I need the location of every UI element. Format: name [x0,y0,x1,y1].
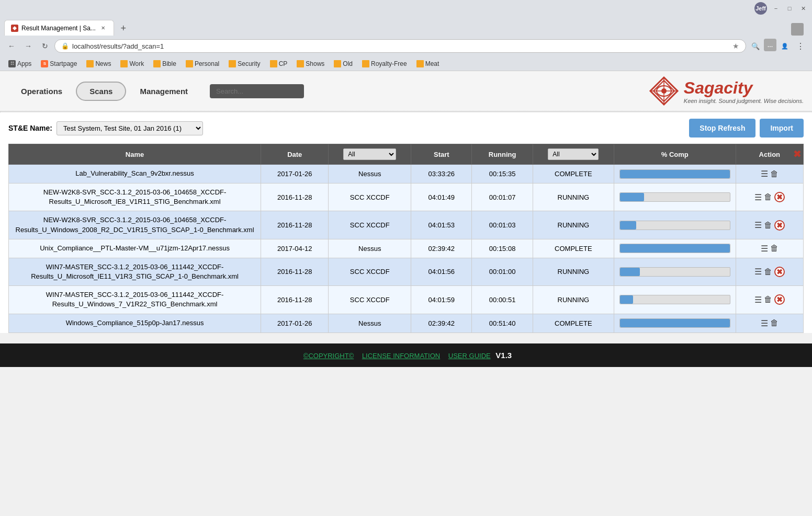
ste-select[interactable]: Test System, Test Site, 01 Jan 2016 (1) [57,121,203,135]
footer-user-guide[interactable]: USER GUIDE [448,352,491,360]
minimize-button[interactable]: − [771,4,781,13]
forward-button[interactable]: → [21,39,36,53]
action-icons: ☰🗑 [741,318,798,328]
list-icon[interactable]: ☰ [754,295,762,305]
cell-progress [614,165,736,184]
cell-running: 00:01:07 [472,184,533,211]
cell-action: ☰🗑✖ [736,286,803,314]
cancel-icon[interactable]: ✖ [774,294,785,305]
list-icon[interactable]: ☰ [761,244,768,254]
bookmark-meat[interactable]: Meat [412,59,444,68]
bookmark-bible[interactable]: Bible [149,59,181,68]
list-icon[interactable]: ☰ [754,220,762,230]
footer-license[interactable]: LICENSE INFORMATION [362,352,440,360]
action-icons: ☰🗑✖ [741,294,798,305]
tab-close-button[interactable]: ✕ [99,24,107,32]
browser-frame: Jeff − □ ✕ Result Management | Sa... ✕ +… [0,0,812,71]
trash-icon[interactable]: 🗑 [764,221,772,230]
table-row: NEW-W2K8-SVR_SCC-3.1.2_2015-03-06_104658… [9,211,804,239]
bookmark-security[interactable]: Security [224,59,264,68]
cancel-icon[interactable]: ✖ [774,267,785,277]
action-icons: ☰🗑✖ [741,192,798,202]
tab-favicon [11,25,18,32]
running-filter-select[interactable]: All RUNNING COMPLETE [548,148,599,160]
logo-tagline: Keen insight. Sound judgment. Wise decis… [684,98,804,104]
cell-progress [614,184,736,211]
bookmark-royalty-free[interactable]: Royalty-Free [358,59,411,68]
trash-icon[interactable]: 🗑 [764,192,772,202]
trash-icon[interactable]: 🗑 [770,318,779,328]
bookmark-shows[interactable]: Shows [292,59,329,68]
bookmark-work[interactable]: Work [116,59,148,68]
active-tab[interactable]: Result Management | Sa... ✕ [4,20,114,36]
settings-icon[interactable]: ⋮ [793,39,808,53]
back-button[interactable]: ← [4,39,19,53]
action-cancel-all-icon[interactable]: ✖ [793,148,801,160]
stop-refresh-button[interactable]: Stop Refresh [689,119,755,137]
bookmarks-bar: ☷ Apps S Startpage News Work Bible Perso… [0,56,812,71]
list-icon[interactable]: ☰ [754,267,762,277]
list-icon[interactable]: ☰ [754,192,762,202]
browser-menu-icon[interactable] [791,23,804,36]
cancel-icon[interactable]: ✖ [774,220,785,231]
main-content: Operations Scans Management Sagacity Kee… [0,71,812,333]
folder-icon [416,60,424,67]
progress-bar-fill [620,244,730,253]
cell-date: 2016-11-28 [261,258,329,285]
cell-date: 2017-04-12 [261,239,329,258]
bookmark-bible-label: Bible [162,60,176,67]
table-row: WIN7-MASTER_SCC-3.1.2_2015-03-06_111442_… [9,258,804,285]
th-start-filter[interactable]: All Nessus SCC XCCDF [329,144,411,165]
search-icon[interactable]: 🔍 [748,39,763,53]
nav-tabs: Operations Scans Management [8,82,304,101]
bookmark-apps[interactable]: ☷ Apps [4,59,36,68]
profile-icon[interactable]: 👤 [777,39,792,53]
tab-scans[interactable]: Scans [76,82,126,101]
bookmark-news[interactable]: News [82,59,115,68]
cell-status: RUNNING [533,286,614,314]
bookmark-personal[interactable]: Personal [182,59,223,68]
footer-copyright[interactable]: ©COPYRIGHT© [303,352,354,360]
trash-icon[interactable]: 🗑 [770,169,779,179]
bookmark-apps-label: Apps [17,60,31,67]
trash-icon[interactable]: 🗑 [764,295,772,304]
action-icons: ☰🗑 [741,244,798,254]
new-tab-button[interactable]: + [116,21,131,36]
bookmark-personal-label: Personal [195,60,219,67]
maximize-button[interactable]: □ [785,4,794,13]
progress-bar-fill [620,319,730,327]
bookmark-old[interactable]: Old [330,59,357,68]
table-row: Lab_Vulnerability_Scan_9v2bxr.nessus2017… [9,165,804,184]
bookmark-star-icon[interactable]: ★ [732,42,739,50]
address-bar[interactable]: 🔒 localhost/results/?add_scan=1 ★ [54,39,746,53]
trash-icon[interactable]: 🗑 [764,267,772,277]
list-icon[interactable]: ☰ [761,169,768,179]
import-button[interactable]: Import [760,119,804,137]
bookmark-cp[interactable]: CP [266,59,292,68]
progress-bar-fill [620,268,640,276]
search-input[interactable] [210,84,304,98]
cell-name: NEW-W2K8-SVR_SCC-3.1.2_2015-03-06_104658… [9,211,261,239]
cell-start-time: 02:39:42 [411,314,472,332]
svg-marker-0 [13,26,17,30]
list-icon[interactable]: ☰ [761,318,768,328]
close-button[interactable]: ✕ [798,4,808,13]
cell-running: 00:00:51 [472,286,533,314]
cancel-icon[interactable]: ✖ [774,192,785,202]
cell-running: 00:15:35 [472,165,533,184]
bookmark-startpage[interactable]: S Startpage [37,59,81,68]
tab-operations[interactable]: Operations [8,83,75,100]
refresh-button[interactable]: ↻ [38,39,52,53]
th-running-filter[interactable]: All RUNNING COMPLETE [533,144,614,165]
start-filter-select[interactable]: All Nessus SCC XCCDF [343,148,396,160]
trash-icon[interactable]: 🗑 [770,244,779,253]
tab-management[interactable]: Management [127,83,200,100]
th-date: Date [261,144,329,165]
cell-name: Windows_Compliance_515p0p-Jan17.nessus [9,314,261,332]
cell-name: Unix_Compliance__PTL-Master-VM__u71jzm-1… [9,239,261,258]
extensions-icon[interactable]: … [764,39,776,51]
cell-scanner: Nessus [329,314,411,332]
cell-status: COMPLETE [533,239,614,258]
logo-icon [648,75,680,107]
cell-action: ☰🗑 [736,239,803,258]
